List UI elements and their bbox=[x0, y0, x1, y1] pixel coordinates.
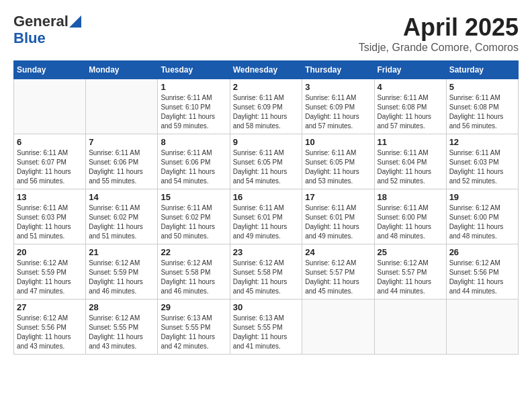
day-number: 17 bbox=[305, 192, 371, 202]
calendar-day-cell: 3Sunrise: 6:11 AMSunset: 6:09 PMDaylight… bbox=[302, 79, 374, 134]
day-info: Sunrise: 6:11 AMSunset: 6:01 PMDaylight:… bbox=[233, 203, 300, 241]
calendar-day-cell bbox=[374, 300, 446, 355]
day-number: 7 bbox=[89, 137, 154, 147]
calendar-day-cell: 17Sunrise: 6:11 AMSunset: 6:01 PMDayligh… bbox=[302, 189, 374, 244]
day-number: 23 bbox=[233, 247, 300, 257]
day-info: Sunrise: 6:12 AMSunset: 5:55 PMDaylight:… bbox=[89, 314, 154, 351]
day-number: 22 bbox=[161, 247, 226, 257]
calendar-day-cell: 2Sunrise: 6:11 AMSunset: 6:09 PMDaylight… bbox=[230, 79, 302, 134]
day-number: 15 bbox=[161, 192, 226, 202]
calendar-day-cell: 1Sunrise: 6:11 AMSunset: 6:10 PMDaylight… bbox=[158, 79, 230, 134]
day-info: Sunrise: 6:12 AMSunset: 5:57 PMDaylight:… bbox=[305, 259, 371, 296]
day-info: Sunrise: 6:11 AMSunset: 6:09 PMDaylight:… bbox=[305, 93, 371, 131]
calendar-day-cell: 13Sunrise: 6:11 AMSunset: 6:03 PMDayligh… bbox=[14, 189, 86, 244]
calendar-day-cell: 8Sunrise: 6:11 AMSunset: 6:06 PMDaylight… bbox=[158, 134, 230, 189]
calendar-day-cell: 6Sunrise: 6:11 AMSunset: 6:07 PMDaylight… bbox=[14, 134, 86, 189]
day-number: 19 bbox=[449, 192, 515, 202]
day-number: 3 bbox=[305, 82, 371, 92]
calendar-day-cell: 4Sunrise: 6:11 AMSunset: 6:08 PMDaylight… bbox=[374, 79, 446, 134]
day-info: Sunrise: 6:12 AMSunset: 5:59 PMDaylight:… bbox=[89, 259, 154, 296]
day-number: 21 bbox=[89, 247, 154, 257]
day-info: Sunrise: 6:13 AMSunset: 5:55 PMDaylight:… bbox=[233, 314, 300, 351]
calendar-day-cell: 11Sunrise: 6:11 AMSunset: 6:04 PMDayligh… bbox=[374, 134, 446, 189]
day-info: Sunrise: 6:12 AMSunset: 5:56 PMDaylight:… bbox=[449, 259, 515, 296]
calendar-day-cell: 20Sunrise: 6:12 AMSunset: 5:59 PMDayligh… bbox=[14, 244, 86, 300]
calendar-week-row: 27Sunrise: 6:12 AMSunset: 5:56 PMDayligh… bbox=[14, 300, 519, 355]
day-number: 25 bbox=[378, 247, 443, 257]
day-number: 20 bbox=[17, 247, 83, 257]
day-info: Sunrise: 6:12 AMSunset: 5:59 PMDaylight:… bbox=[17, 259, 83, 296]
calendar-day-cell: 23Sunrise: 6:12 AMSunset: 5:58 PMDayligh… bbox=[230, 244, 302, 300]
calendar-day-header: Monday bbox=[86, 61, 158, 79]
calendar-day-header: Wednesday bbox=[230, 61, 302, 79]
day-number: 13 bbox=[17, 192, 83, 202]
day-number: 9 bbox=[233, 137, 300, 147]
calendar-header-row: SundayMondayTuesdayWednesdayThursdayFrid… bbox=[14, 61, 519, 79]
calendar-day-header: Friday bbox=[374, 61, 446, 79]
calendar-day-cell: 22Sunrise: 6:12 AMSunset: 5:58 PMDayligh… bbox=[158, 244, 230, 300]
day-number: 28 bbox=[89, 302, 154, 312]
calendar-day-cell bbox=[86, 79, 158, 134]
day-number: 27 bbox=[17, 302, 83, 312]
day-info: Sunrise: 6:11 AMSunset: 6:05 PMDaylight:… bbox=[305, 148, 371, 186]
day-number: 30 bbox=[233, 302, 300, 312]
day-number: 10 bbox=[305, 137, 371, 147]
day-number: 2 bbox=[233, 82, 300, 92]
page-header: General Blue April 2025 Tsidje, Grande C… bbox=[13, 13, 519, 54]
calendar-day-cell: 25Sunrise: 6:12 AMSunset: 5:57 PMDayligh… bbox=[374, 244, 446, 300]
day-info: Sunrise: 6:11 AMSunset: 6:00 PMDaylight:… bbox=[378, 203, 443, 241]
day-info: Sunrise: 6:12 AMSunset: 5:56 PMDaylight:… bbox=[17, 314, 83, 351]
calendar-week-row: 13Sunrise: 6:11 AMSunset: 6:03 PMDayligh… bbox=[14, 189, 519, 244]
day-info: Sunrise: 6:11 AMSunset: 6:08 PMDaylight:… bbox=[449, 93, 515, 131]
logo-general-text: General bbox=[13, 13, 69, 30]
day-info: Sunrise: 6:13 AMSunset: 5:55 PMDaylight:… bbox=[161, 314, 226, 351]
calendar-week-row: 1Sunrise: 6:11 AMSunset: 6:10 PMDaylight… bbox=[14, 79, 519, 134]
location-title: Tsidje, Grande Comore, Comoros bbox=[359, 42, 519, 54]
day-info: Sunrise: 6:11 AMSunset: 6:03 PMDaylight:… bbox=[449, 148, 515, 186]
day-info: Sunrise: 6:11 AMSunset: 6:07 PMDaylight:… bbox=[17, 148, 83, 186]
calendar-day-header: Thursday bbox=[302, 61, 374, 79]
calendar-day-cell: 27Sunrise: 6:12 AMSunset: 5:56 PMDayligh… bbox=[14, 300, 86, 355]
day-number: 16 bbox=[233, 192, 300, 202]
logo: General Blue bbox=[13, 13, 82, 47]
day-number: 8 bbox=[161, 137, 226, 147]
calendar-day-cell bbox=[302, 300, 374, 355]
calendar-day-cell: 29Sunrise: 6:13 AMSunset: 5:55 PMDayligh… bbox=[158, 300, 230, 355]
day-info: Sunrise: 6:11 AMSunset: 6:09 PMDaylight:… bbox=[233, 93, 300, 131]
calendar-day-cell: 30Sunrise: 6:13 AMSunset: 5:55 PMDayligh… bbox=[230, 300, 302, 355]
day-number: 29 bbox=[161, 302, 226, 312]
calendar-day-cell: 19Sunrise: 6:12 AMSunset: 6:00 PMDayligh… bbox=[446, 189, 518, 244]
calendar-week-row: 6Sunrise: 6:11 AMSunset: 6:07 PMDaylight… bbox=[14, 134, 519, 189]
month-title: April 2025 bbox=[359, 13, 519, 42]
day-number: 1 bbox=[161, 82, 226, 92]
calendar-table: SundayMondayTuesdayWednesdayThursdayFrid… bbox=[13, 60, 519, 355]
day-number: 4 bbox=[378, 82, 443, 92]
day-info: Sunrise: 6:12 AMSunset: 5:58 PMDaylight:… bbox=[233, 259, 300, 296]
calendar-day-cell: 7Sunrise: 6:11 AMSunset: 6:06 PMDaylight… bbox=[86, 134, 158, 189]
calendar-day-cell: 28Sunrise: 6:12 AMSunset: 5:55 PMDayligh… bbox=[86, 300, 158, 355]
day-info: Sunrise: 6:12 AMSunset: 6:00 PMDaylight:… bbox=[449, 203, 515, 241]
calendar-day-cell bbox=[446, 300, 518, 355]
day-info: Sunrise: 6:11 AMSunset: 6:05 PMDaylight:… bbox=[233, 148, 300, 186]
day-number: 11 bbox=[378, 137, 443, 147]
day-number: 12 bbox=[449, 137, 515, 147]
calendar-day-cell: 5Sunrise: 6:11 AMSunset: 6:08 PMDaylight… bbox=[446, 79, 518, 134]
day-info: Sunrise: 6:11 AMSunset: 6:06 PMDaylight:… bbox=[89, 148, 154, 186]
logo-triangle-icon bbox=[69, 15, 81, 28]
title-area: April 2025 Tsidje, Grande Comore, Comoro… bbox=[359, 13, 519, 54]
day-info: Sunrise: 6:11 AMSunset: 6:08 PMDaylight:… bbox=[378, 93, 443, 131]
calendar-day-cell: 24Sunrise: 6:12 AMSunset: 5:57 PMDayligh… bbox=[302, 244, 374, 300]
calendar-day-cell: 16Sunrise: 6:11 AMSunset: 6:01 PMDayligh… bbox=[230, 189, 302, 244]
day-number: 18 bbox=[378, 192, 443, 202]
day-info: Sunrise: 6:11 AMSunset: 6:04 PMDaylight:… bbox=[378, 148, 443, 186]
day-info: Sunrise: 6:11 AMSunset: 6:10 PMDaylight:… bbox=[161, 93, 226, 131]
calendar-day-cell: 9Sunrise: 6:11 AMSunset: 6:05 PMDaylight… bbox=[230, 134, 302, 189]
calendar-day-cell: 10Sunrise: 6:11 AMSunset: 6:05 PMDayligh… bbox=[302, 134, 374, 189]
day-info: Sunrise: 6:12 AMSunset: 5:57 PMDaylight:… bbox=[378, 259, 443, 296]
day-info: Sunrise: 6:11 AMSunset: 6:06 PMDaylight:… bbox=[161, 148, 226, 186]
day-info: Sunrise: 6:11 AMSunset: 6:03 PMDaylight:… bbox=[17, 203, 83, 241]
day-number: 5 bbox=[449, 82, 515, 92]
calendar-day-header: Saturday bbox=[446, 61, 518, 79]
calendar-day-header: Sunday bbox=[14, 61, 86, 79]
calendar-day-cell: 18Sunrise: 6:11 AMSunset: 6:00 PMDayligh… bbox=[374, 189, 446, 244]
